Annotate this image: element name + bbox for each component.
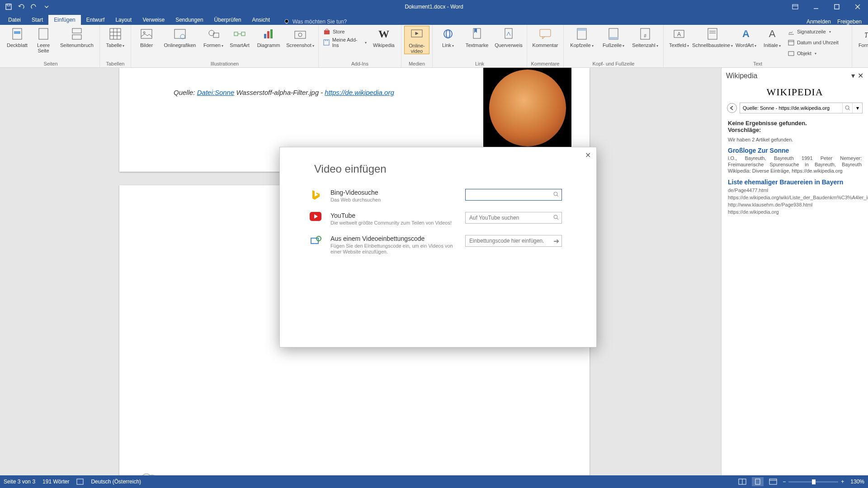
formen-button[interactable]: Formen▾ bbox=[201, 26, 226, 49]
bing-search-box[interactable] bbox=[465, 189, 562, 201]
youtube-search-input[interactable] bbox=[466, 215, 551, 221]
tab-start[interactable]: Start bbox=[26, 15, 48, 25]
group-kopfzeile-label: Kopf- und Fußzeile bbox=[566, 61, 660, 67]
tab-ansicht[interactable]: Ansicht bbox=[247, 15, 275, 25]
zoom-level[interactable]: 130% bbox=[850, 479, 864, 485]
objekt-button[interactable]: Objekt▾ bbox=[786, 48, 849, 58]
kommentar-button[interactable]: Kommentar bbox=[530, 26, 561, 48]
wikipedia-pane: Wikipedia ▾ ✕ WIKIPEDIA ▾ Keine Ergebnis… bbox=[721, 68, 868, 475]
tab-einfuegen[interactable]: Einfügen bbox=[48, 15, 80, 25]
status-bar: Seite 3 von 3 191 Wörter Deutsch (Österr… bbox=[0, 475, 868, 488]
pane-menu-icon[interactable]: ▾ bbox=[851, 71, 855, 80]
datum-uhrzeit-button[interactable]: Datum und Uhrzeit bbox=[786, 38, 849, 47]
wordart-button[interactable]: AWordArt▾ bbox=[733, 26, 759, 49]
bilder-button[interactable]: Bilder bbox=[134, 26, 159, 48]
tab-datei[interactable]: Datei bbox=[3, 15, 26, 25]
kopfzeile-button[interactable]: Kopfzeile▾ bbox=[566, 26, 597, 49]
meine-addins-button[interactable]: Meine Add-Ins▾ bbox=[321, 38, 368, 47]
fusszeile-button[interactable]: Fußzeile▾ bbox=[598, 26, 629, 49]
redo-icon[interactable] bbox=[28, 1, 40, 12]
svg-text:A: A bbox=[677, 31, 681, 38]
smartart-button[interactable]: SmartArt bbox=[227, 26, 252, 48]
seitenzahl-button[interactable]: #Seitenzahl▾ bbox=[630, 26, 660, 49]
bing-search-icon[interactable] bbox=[551, 191, 561, 199]
screenshot-button[interactable]: Screenshot▾ bbox=[285, 26, 316, 49]
leere-seite-button[interactable]: Leere Seite bbox=[31, 26, 56, 53]
watermark-icon bbox=[133, 461, 165, 475]
tab-layout[interactable]: Layout bbox=[110, 15, 137, 25]
window-controls bbox=[785, 0, 868, 14]
tab-sendungen[interactable]: Sendungen bbox=[170, 15, 208, 25]
undo-icon[interactable] bbox=[15, 1, 27, 12]
svg-marker-60 bbox=[312, 190, 320, 200]
embed-code-box[interactable]: ➜ bbox=[465, 235, 562, 247]
result-title[interactable]: Großloge Zur Sonne bbox=[728, 147, 862, 154]
bing-search-input[interactable] bbox=[466, 192, 551, 198]
svg-rect-42 bbox=[540, 29, 551, 37]
svg-point-21 bbox=[143, 32, 145, 33]
caption-file-link[interactable]: Datei:Sonne bbox=[197, 89, 235, 96]
language-indicator[interactable]: Deutsch (Österreich) bbox=[91, 479, 141, 485]
tell-me-label: Was möchten Sie tun? bbox=[292, 19, 347, 25]
web-layout-icon[interactable] bbox=[767, 477, 779, 486]
maximize-icon[interactable] bbox=[826, 0, 847, 14]
ribbon-display-icon[interactable] bbox=[785, 0, 806, 14]
dialog-close-icon[interactable]: ✕ bbox=[585, 151, 591, 160]
close-icon[interactable] bbox=[847, 0, 868, 14]
tabelle-button[interactable]: Tabelle▾ bbox=[103, 26, 128, 49]
diagramm-button[interactable]: Diagramm bbox=[253, 26, 284, 48]
pane-close-icon[interactable]: ✕ bbox=[858, 71, 863, 80]
search-dropdown-icon[interactable]: ▾ bbox=[852, 103, 862, 113]
embed-go-icon[interactable]: ➜ bbox=[551, 237, 561, 245]
onlinevideo-button[interactable]: Online- video bbox=[404, 26, 429, 54]
svg-rect-44 bbox=[577, 28, 586, 31]
svg-rect-73 bbox=[769, 479, 777, 484]
wikipedia-search-input[interactable] bbox=[740, 105, 842, 111]
textmarke-button[interactable]: Textmarke bbox=[462, 26, 492, 48]
zoom-in-icon[interactable]: + bbox=[841, 479, 844, 485]
word-count[interactable]: 191 Wörter bbox=[42, 479, 69, 485]
zoom-slider[interactable] bbox=[788, 481, 838, 483]
result-title[interactable]: Liste ehemaliger Brauereien in Bayern bbox=[728, 178, 862, 186]
youtube-search-icon[interactable] bbox=[551, 214, 561, 222]
svg-point-38 bbox=[444, 30, 452, 38]
caption-url-link[interactable]: https://de.wikipedia.org bbox=[325, 89, 394, 96]
tab-ueberpruefen[interactable]: Überprüfen bbox=[209, 15, 247, 25]
print-layout-icon[interactable] bbox=[752, 477, 764, 486]
signin-link[interactable]: Anmelden bbox=[807, 19, 831, 25]
youtube-search-box[interactable] bbox=[465, 212, 562, 224]
qat-customize-icon[interactable] bbox=[41, 1, 52, 12]
share-button[interactable]: Freigeben bbox=[837, 19, 862, 25]
search-icon[interactable] bbox=[842, 103, 852, 113]
link-button[interactable]: Link▾ bbox=[435, 26, 461, 49]
signaturzeile-button[interactable]: Signaturzeile▾ bbox=[786, 27, 849, 37]
quick-access-toolbar bbox=[0, 1, 52, 12]
svg-point-33 bbox=[298, 33, 302, 37]
minimize-icon[interactable] bbox=[806, 0, 826, 14]
tab-entwurf[interactable]: Entwurf bbox=[81, 15, 110, 25]
save-icon[interactable] bbox=[3, 1, 14, 12]
back-icon[interactable] bbox=[727, 103, 737, 113]
seitenumbruch-button[interactable]: Seitenumbruch bbox=[57, 26, 97, 48]
window-title: Dokument1.docx - Word bbox=[405, 4, 463, 10]
read-mode-icon[interactable] bbox=[736, 477, 748, 486]
svg-rect-41 bbox=[505, 28, 512, 38]
page-indicator[interactable]: Seite 3 von 3 bbox=[4, 479, 35, 485]
schnellbausteine-button[interactable]: Schnellbausteine▾ bbox=[693, 26, 732, 49]
wikipedia-button[interactable]: WWikipedia bbox=[369, 26, 398, 48]
group-medien-label: Medien bbox=[404, 61, 429, 67]
formel-button[interactable]: πFormel▾ bbox=[855, 26, 868, 49]
initiale-button[interactable]: AInitiale▾ bbox=[760, 26, 785, 49]
spellcheck-icon[interactable] bbox=[76, 479, 84, 485]
tab-verweise[interactable]: Verweise bbox=[137, 15, 170, 25]
store-button[interactable]: Store bbox=[321, 27, 368, 37]
textfeld-button[interactable]: ATextfeld▾ bbox=[666, 26, 692, 49]
svg-rect-35 bbox=[324, 40, 329, 45]
zoom-out-icon[interactable]: − bbox=[783, 479, 786, 485]
wikipedia-search-box[interactable]: ▾ bbox=[740, 103, 863, 113]
onlinegrafiken-button[interactable]: Onlinegrafiken bbox=[160, 26, 200, 48]
embed-code-input[interactable] bbox=[466, 238, 551, 244]
querverweis-button[interactable]: Querverweis bbox=[493, 26, 524, 48]
tell-me[interactable]: Was möchten Sie tun? bbox=[283, 19, 347, 25]
deckblatt-button[interactable]: Deckblatt bbox=[5, 26, 30, 48]
